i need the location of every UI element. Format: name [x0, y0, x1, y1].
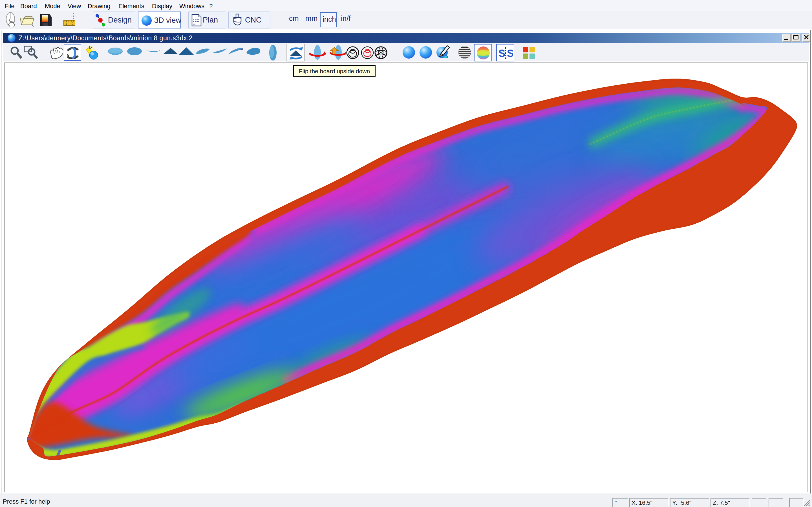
svg-text:S: S [507, 48, 513, 59]
svg-text:0: 0 [71, 22, 73, 25]
svg-text:S: S [499, 48, 505, 59]
svg-text:1: 1 [65, 22, 67, 25]
